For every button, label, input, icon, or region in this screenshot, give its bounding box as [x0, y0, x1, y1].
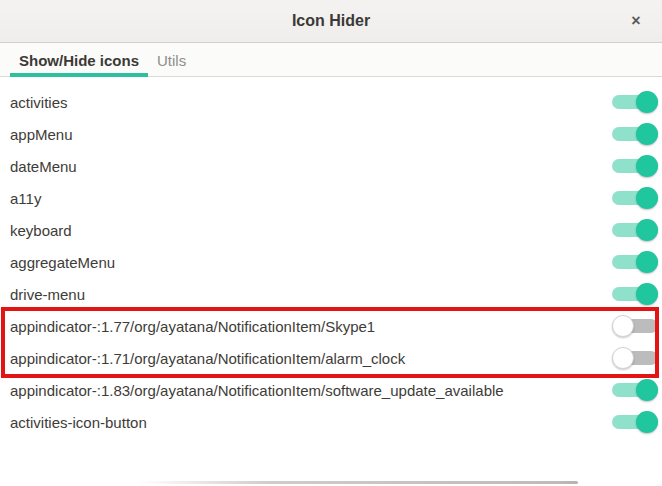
list-item-highlighted: appindicator-:1.77/org/ayatana/Notificat…	[0, 310, 662, 342]
toggle-knob	[612, 347, 634, 369]
tab-utils[interactable]: Utils	[148, 43, 195, 77]
toggle-switch-on[interactable]	[612, 123, 658, 145]
toggle-switch-on[interactable]	[612, 379, 658, 401]
list-item: keyboard	[0, 214, 662, 246]
tab-bar: Show/Hide icons Utils	[0, 43, 662, 77]
window-title: Icon Hider	[292, 12, 370, 30]
list-item: activities-icon-button	[0, 406, 662, 438]
toggle-knob	[636, 123, 658, 145]
titlebar: Icon Hider ×	[0, 0, 662, 43]
list-item-label: appMenu	[10, 126, 73, 143]
toggle-switch-on[interactable]	[612, 251, 658, 273]
list-item-label: activities-icon-button	[10, 414, 147, 431]
toggle-switch-on[interactable]	[612, 187, 658, 209]
list-item: aggregateMenu	[0, 246, 662, 278]
close-icon[interactable]: ×	[622, 0, 650, 42]
list-item-label: appindicator-:1.83/org/ayatana/Notificat…	[10, 382, 504, 399]
toggle-switch-on[interactable]	[612, 411, 658, 433]
toggle-switch-on[interactable]	[612, 155, 658, 177]
list-item: dateMenu	[0, 150, 662, 182]
list-item-label: keyboard	[10, 222, 72, 239]
list-item-label: appindicator-:1.77/org/ayatana/Notificat…	[10, 318, 375, 335]
toggle-knob	[636, 251, 658, 273]
toggle-knob	[636, 187, 658, 209]
toggle-switch-on[interactable]	[612, 91, 658, 113]
list-item-label: aggregateMenu	[10, 254, 115, 271]
toggle-knob	[636, 411, 658, 433]
icon-toggle-list: activities appMenu dateMenu a11y keyboar…	[0, 77, 662, 438]
horizontal-scrollbar[interactable]	[138, 481, 578, 484]
toggle-switch-off[interactable]	[612, 347, 658, 369]
list-item-label: drive-menu	[10, 286, 85, 303]
list-item-label: activities	[10, 94, 68, 111]
toggle-knob	[612, 315, 634, 337]
toggle-knob	[636, 283, 658, 305]
toggle-knob	[636, 379, 658, 401]
toggle-knob	[636, 155, 658, 177]
tab-show-hide-icons[interactable]: Show/Hide icons	[10, 43, 148, 77]
toggle-switch-off[interactable]	[612, 315, 658, 337]
list-item: a11y	[0, 182, 662, 214]
list-item: appindicator-:1.83/org/ayatana/Notificat…	[0, 374, 662, 406]
list-item: drive-menu	[0, 278, 662, 310]
list-item-label: dateMenu	[10, 158, 77, 175]
toggle-knob	[636, 91, 658, 113]
list-item: activities	[0, 86, 662, 118]
toggle-knob	[636, 219, 658, 241]
list-item-highlighted: appindicator-:1.71/org/ayatana/Notificat…	[0, 342, 662, 374]
list-item: appMenu	[0, 118, 662, 150]
toggle-switch-on[interactable]	[612, 283, 658, 305]
list-item-label: a11y	[10, 190, 41, 207]
toggle-switch-on[interactable]	[612, 219, 658, 241]
icon-hider-window: Icon Hider × Show/Hide icons Utils activ…	[0, 0, 662, 486]
list-item-label: appindicator-:1.71/org/ayatana/Notificat…	[10, 350, 405, 367]
